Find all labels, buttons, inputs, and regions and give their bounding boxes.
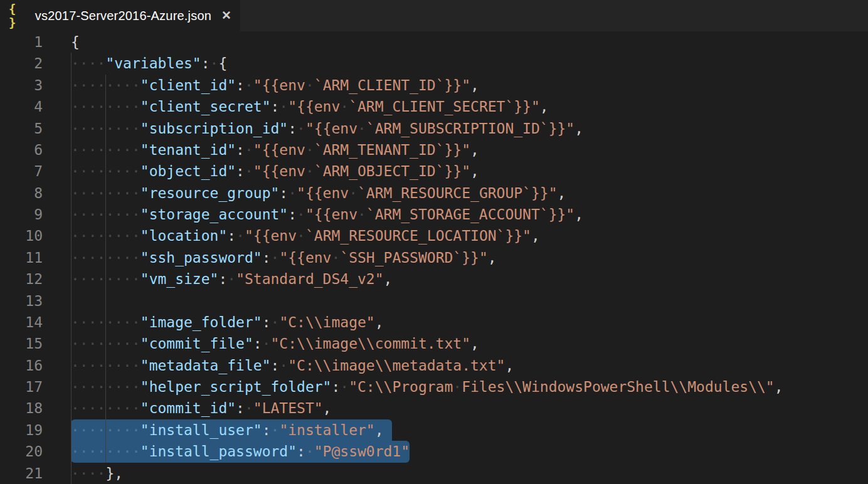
code-token: : (236, 142, 245, 158)
code-token: "C:\\image" (279, 314, 374, 330)
code-token: "client_secret" (140, 98, 271, 115)
code-token: `ARM_OBJECT_ID`}}" (314, 163, 470, 179)
line-number[interactable]: 12 (0, 268, 43, 290)
code-content[interactable]: ········"ssh_password":·"{{env·`SSH_PASS… (43, 247, 497, 268)
code-token: · (227, 271, 236, 287)
line-number[interactable]: 16 (0, 355, 43, 376)
code-line[interactable]: 4········"client_secret":·"{{env·`ARM_CL… (0, 96, 868, 117)
line-number[interactable]: 21 (0, 463, 43, 484)
line-number[interactable]: 14 (0, 312, 43, 333)
code-content[interactable]: ········"storage_account":·"{{env·`ARM_S… (43, 204, 583, 225)
code-token: "variables" (105, 55, 201, 71)
code-token: "P@ssw0rd1" (314, 443, 410, 460)
line-number[interactable]: 18 (0, 397, 43, 419)
code-token: "ssh_password" (140, 250, 262, 266)
code-line[interactable]: 2····"variables":·{ (0, 53, 868, 74)
code-content[interactable]: ········"location":·"{{env·`ARM_RESOURCE… (43, 225, 540, 246)
line-number[interactable]: 7 (0, 160, 43, 182)
code-token: , (375, 314, 384, 330)
line-number[interactable]: 2 (0, 53, 43, 74)
code-line[interactable]: 14········"image_folder":·"C:\\image", (0, 312, 868, 333)
line-number[interactable]: 10 (0, 225, 43, 246)
code-token: : (218, 271, 227, 287)
code-line[interactable]: 16········"metadata_file":·"C:\\image\\m… (0, 355, 868, 376)
code-line[interactable]: 6········"tenant_id":·"{{env·`ARM_TENANT… (0, 139, 868, 160)
code-token: · (297, 228, 305, 244)
code-token: , (323, 400, 332, 416)
code-token: "{{env (297, 185, 349, 201)
code-line[interactable]: 3········"client_id":·"{{env·`ARM_CLIENT… (0, 75, 868, 96)
close-tab-icon[interactable]: ✕ (221, 9, 231, 22)
code-token: "vm_size" (140, 271, 219, 287)
tab-bar: { } vs2017-Server2016-Azure.json ✕ (0, 0, 868, 31)
line-number[interactable]: 5 (0, 118, 43, 139)
line-number[interactable]: 9 (0, 204, 43, 225)
code-line[interactable]: 17········"helper_script_folder":·"C:\\P… (0, 376, 868, 397)
line-number[interactable]: 4 (0, 96, 43, 117)
code-line[interactable]: 13 (0, 290, 868, 312)
code-token: "tenant_id" (140, 142, 236, 158)
code-line[interactable]: 1{ (0, 31, 868, 53)
code-line[interactable]: 5········"subscription_id":·"{{env·`ARM_… (0, 118, 868, 139)
code-content[interactable]: ········"commit_id":·"LATEST", (43, 397, 331, 419)
tab-title: vs2017-Server2016-Azure.json (35, 9, 211, 23)
code-content[interactable]: ········"resource_group":·"{{env·`ARM_RE… (43, 182, 566, 204)
code-line[interactable]: 10········"location":·"{{env·`ARM_RESOUR… (0, 225, 868, 246)
code-line[interactable]: 12········"vm_size":·"Standard_DS4_v2", (0, 268, 868, 290)
code-content[interactable]: ········"commit_file":·"C:\\image\\commi… (43, 333, 479, 354)
line-number[interactable]: 11 (0, 247, 43, 268)
code-content[interactable]: ········"install_user":·"installer", (43, 419, 392, 441)
line-number[interactable]: 19 (0, 419, 43, 441)
code-content[interactable]: { (43, 31, 80, 53)
code-token: , (505, 357, 514, 374)
code-token: "C:\\image\\metadata.txt" (288, 357, 505, 374)
code-line[interactable]: 21····}, (0, 463, 868, 484)
code-content[interactable]: ····}, (43, 463, 123, 484)
code-line[interactable]: 9········"storage_account":·"{{env·`ARM_… (0, 204, 868, 225)
code-token: "{{env (253, 77, 305, 93)
line-number[interactable]: 8 (0, 182, 43, 204)
code-line[interactable]: 8········"resource_group":·"{{env·`ARM_R… (0, 182, 868, 204)
code-line[interactable]: 7········"object_id":·"{{env·`ARM_OBJECT… (0, 160, 868, 182)
code-content[interactable]: ········"vm_size":·"Standard_DS4_v2", (43, 268, 392, 290)
code-line[interactable]: 19········"install_user":·"installer", (0, 419, 868, 441)
code-token: , (488, 250, 497, 266)
code-content[interactable]: ········"tenant_id":·"{{env·`ARM_TENANT_… (43, 139, 479, 160)
code-content[interactable]: ········"metadata_file":·"C:\\image\\met… (43, 355, 514, 376)
indent-guide (105, 75, 106, 463)
code-token: , (574, 206, 583, 223)
code-token: · (305, 163, 314, 179)
code-token: : (253, 335, 262, 352)
code-token: · (262, 335, 271, 352)
code-token: · (245, 77, 253, 93)
code-content[interactable]: ········"subscription_id":·"{{env·`ARM_S… (43, 118, 583, 139)
code-line[interactable]: 15········"commit_file":·"C:\\image\\com… (0, 333, 868, 354)
code-content[interactable]: ········"install_password":·"P@ssw0rd1" (43, 441, 410, 462)
code-line[interactable]: 18········"commit_id":·"LATEST", (0, 397, 868, 419)
code-token: ···· (71, 55, 105, 71)
code-token: "{{env (279, 250, 331, 266)
line-number[interactable]: 1 (0, 31, 43, 53)
code-content[interactable]: ········"client_secret":·"{{env·`ARM_CLI… (43, 96, 549, 117)
code-token: "C:\\image\\commit.txt" (271, 335, 471, 352)
line-number[interactable]: 3 (0, 75, 43, 96)
code-token: , (558, 185, 566, 201)
tab-json-file[interactable]: { } vs2017-Server2016-Azure.json ✕ (0, 0, 240, 31)
code-content[interactable]: ········"client_id":·"{{env·`ARM_CLIENT_… (43, 75, 479, 96)
line-number[interactable]: 17 (0, 376, 43, 397)
code-line[interactable]: 20········"install_password":·"P@ssw0rd1… (0, 441, 868, 462)
code-content[interactable]: ········"object_id":·"{{env·`ARM_OBJECT_… (43, 160, 479, 182)
line-number[interactable]: 20 (0, 441, 43, 462)
code-content[interactable]: ········"image_folder":·"C:\\image", (43, 312, 384, 333)
code-content[interactable] (43, 290, 71, 312)
code-token: "{{env (253, 142, 305, 158)
code-token: : (262, 250, 271, 266)
code-token: · (271, 422, 280, 438)
line-number[interactable]: 13 (0, 290, 43, 312)
line-number[interactable]: 6 (0, 139, 43, 160)
code-editor[interactable]: 1{2····"variables":·{3········"client_id… (0, 31, 868, 484)
code-content[interactable]: ········"helper_script_folder":·"C:\\Pro… (43, 376, 783, 397)
line-number[interactable]: 15 (0, 333, 43, 354)
code-line[interactable]: 11········"ssh_password":·"{{env·`SSH_PA… (0, 247, 868, 268)
code-token: · (305, 443, 314, 460)
